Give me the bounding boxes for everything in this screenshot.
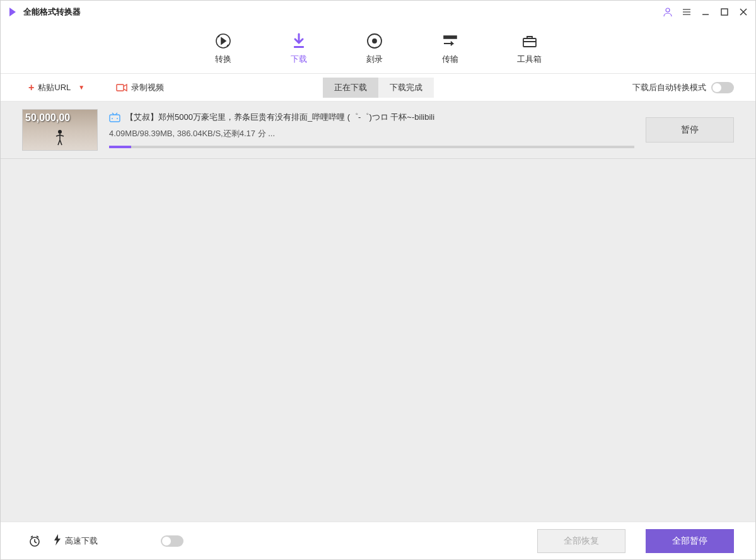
record-button[interactable]: 录制视频 [116, 82, 164, 93]
download-title: 【艾叔】郑州5000万豪宅里，养条巨贵有没有排面_哔哩哔哩 (゜-゜)つロ 干杯… [125, 112, 434, 123]
sub-tabs: 正在下载 下载完成 [323, 78, 434, 98]
app-logo-icon [7, 6, 18, 18]
tab-download[interactable]: 下载 [280, 27, 318, 70]
toolbox-icon [521, 32, 538, 50]
bilibili-icon [109, 113, 120, 122]
svg-point-11 [373, 39, 376, 43]
svg-rect-13 [523, 38, 536, 47]
tab-download-label: 下载 [291, 54, 307, 65]
auto-convert-toggle[interactable] [711, 82, 734, 93]
minimize-icon[interactable] [700, 6, 711, 18]
pause-button[interactable]: 暂停 [646, 117, 734, 143]
paste-url-button[interactable]: + 粘贴URL ▼ [28, 82, 84, 93]
pause-all-button[interactable]: 全部暂停 [646, 529, 734, 553]
download-status: 4.09MB/98.39MB, 386.04KB/S,还剩4.17 分 ... [109, 128, 634, 139]
svg-point-15 [58, 130, 62, 134]
svg-rect-14 [117, 85, 124, 91]
tab-convert[interactable]: 转换 [204, 27, 242, 70]
download-title-row: 【艾叔】郑州5000万豪宅里，养条巨贵有没有排面_哔哩哔哩 (゜-゜)つロ 干杯… [109, 112, 634, 123]
svg-point-0 [666, 8, 670, 12]
maximize-icon[interactable] [719, 6, 730, 18]
sub-tab-downloading[interactable]: 正在下载 [323, 78, 378, 98]
speed-toggle[interactable] [161, 535, 183, 547]
svg-rect-12 [444, 36, 457, 38]
paste-url-label: 粘贴URL [38, 82, 71, 93]
tab-burn[interactable]: 刻录 [356, 27, 393, 70]
speed-download-group: 高速下载 [54, 534, 98, 547]
thumb-overlay-text: 50,000,00 [25, 112, 70, 124]
tab-convert-label: 转换 [215, 54, 231, 65]
chevron-down-icon: ▼ [78, 84, 84, 91]
lightning-icon [54, 534, 61, 547]
tab-transfer[interactable]: 传输 [431, 27, 469, 70]
action-bar: + 粘贴URL ▼ 录制视频 正在下载 下载完成 下载后自动转换模式 [1, 74, 755, 102]
svg-rect-16 [110, 115, 120, 122]
sub-tab-completed[interactable]: 下载完成 [378, 78, 434, 98]
tab-burn-label: 刻录 [366, 54, 383, 65]
resume-all-button[interactable]: 全部恢复 [537, 529, 625, 553]
plus-icon: + [28, 82, 34, 93]
close-icon[interactable] [738, 6, 749, 18]
tab-transfer-label: 传输 [442, 54, 458, 65]
download-list: 50,000,00 【艾叔】郑州5000万豪宅里，养条巨贵有没有排面_哔哩哔哩 … [1, 102, 755, 522]
tab-toolbox-label: 工具箱 [517, 54, 542, 65]
camera-icon [116, 83, 127, 92]
menu-icon[interactable] [681, 6, 692, 18]
download-item: 50,000,00 【艾叔】郑州5000万豪宅里，养条巨贵有没有排面_哔哩哔哩 … [1, 102, 755, 159]
auto-convert-toggle-group: 下载后自动转换模式 [632, 82, 734, 93]
footer: 高速下载 全部恢复 全部暂停 [1, 522, 755, 559]
tab-toolbox[interactable]: 工具箱 [507, 27, 552, 70]
video-thumbnail: 50,000,00 [22, 109, 98, 151]
burn-icon [366, 32, 383, 50]
main-tabs: 转换 下载 刻录 传输 工具箱 [1, 23, 755, 74]
download-progress [109, 146, 634, 148]
download-icon [290, 32, 308, 50]
clock-icon[interactable] [28, 535, 41, 547]
transfer-icon [441, 32, 459, 50]
svg-rect-5 [721, 9, 728, 15]
convert-icon [214, 32, 232, 50]
app-title: 全能格式转换器 [23, 6, 81, 18]
svg-rect-9 [294, 46, 304, 48]
speed-label: 高速下载 [65, 535, 98, 547]
progress-fill [109, 146, 131, 148]
user-icon[interactable] [662, 6, 673, 18]
auto-convert-label: 下载后自动转换模式 [632, 82, 706, 93]
titlebar: 全能格式转换器 [1, 1, 755, 23]
record-label: 录制视频 [131, 82, 164, 93]
